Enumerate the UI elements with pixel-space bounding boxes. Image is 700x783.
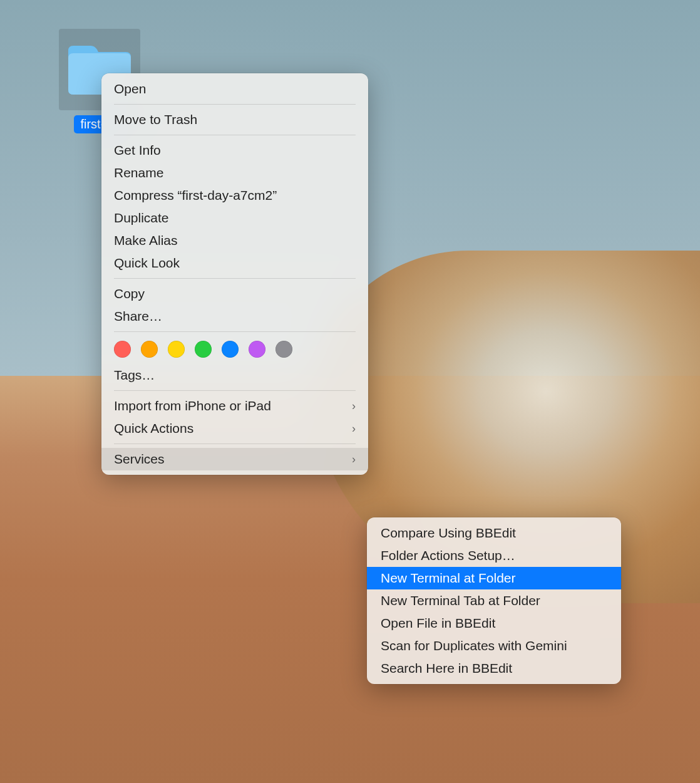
tag-color-red[interactable] <box>114 341 131 358</box>
submenu-scan-duplicates[interactable]: Scan for Duplicates with Gemini <box>367 635 621 657</box>
menu-rename-label: Rename <box>114 165 163 180</box>
submenu-new-terminal-tab[interactable]: New Terminal Tab at Folder <box>367 589 621 612</box>
tag-color-yellow[interactable] <box>168 341 185 358</box>
tag-color-gray[interactable] <box>275 341 292 358</box>
submenu-search-bbedit[interactable]: Search Here in BBEdit <box>367 657 621 680</box>
submenu-searchbbedit-label: Search Here in BBEdit <box>381 661 512 676</box>
tag-color-orange[interactable] <box>141 341 158 358</box>
menu-services-label: Services <box>114 452 165 467</box>
menu-rename[interactable]: Rename <box>101 162 368 184</box>
menu-separator <box>114 443 356 444</box>
menu-alias-label: Make Alias <box>114 233 178 248</box>
chevron-right-icon: › <box>352 422 356 435</box>
menu-open[interactable]: Open <box>101 78 368 100</box>
submenu-new-terminal[interactable]: New Terminal at Folder <box>367 567 621 589</box>
menu-getinfo-label: Get Info <box>114 143 161 158</box>
menu-get-info[interactable]: Get Info <box>101 139 368 162</box>
menu-make-alias[interactable]: Make Alias <box>101 229 368 252</box>
menu-copy[interactable]: Copy <box>101 283 368 305</box>
menu-separator <box>114 331 356 332</box>
menu-tags-label: Tags… <box>114 368 155 383</box>
tag-color-purple[interactable] <box>249 341 265 358</box>
submenu-folderactions-label: Folder Actions Setup… <box>381 548 515 563</box>
menu-separator <box>114 390 356 391</box>
tag-color-blue[interactable] <box>222 341 239 358</box>
menu-separator <box>114 135 356 135</box>
tag-color-green[interactable] <box>195 341 212 358</box>
menu-compress[interactable]: Compress “first-day-a7cm2” <box>101 184 368 207</box>
menu-quick-actions[interactable]: Quick Actions › <box>101 417 368 440</box>
menu-import-label: Import from iPhone or iPad <box>114 398 271 413</box>
context-menu: Open Move to Trash Get Info Rename Compr… <box>101 73 368 475</box>
submenu-open-file-bbedit[interactable]: Open File in BBEdit <box>367 612 621 635</box>
chevron-right-icon: › <box>352 453 356 466</box>
menu-share[interactable]: Share… <box>101 305 368 328</box>
submenu-compare-bbedit[interactable]: Compare Using BBEdit <box>367 522 621 544</box>
submenu-openbbedit-label: Open File in BBEdit <box>381 616 495 631</box>
menu-move-to-trash[interactable]: Move to Trash <box>101 108 368 131</box>
menu-quickactions-label: Quick Actions <box>114 421 193 436</box>
menu-duplicate-label: Duplicate <box>114 210 169 226</box>
chevron-right-icon: › <box>352 400 356 413</box>
menu-duplicate[interactable]: Duplicate <box>101 207 368 229</box>
menu-copy-label: Copy <box>114 286 145 301</box>
submenu-newterminaltab-label: New Terminal Tab at Folder <box>381 593 540 608</box>
menu-services[interactable]: Services › <box>101 448 368 470</box>
menu-quick-look[interactable]: Quick Look <box>101 252 368 274</box>
menu-separator <box>114 104 356 105</box>
submenu-folder-actions[interactable]: Folder Actions Setup… <box>367 544 621 567</box>
tag-color-row <box>101 336 368 364</box>
menu-separator <box>114 278 356 279</box>
menu-trash-label: Move to Trash <box>114 112 197 127</box>
menu-quicklook-label: Quick Look <box>114 256 180 271</box>
menu-open-label: Open <box>114 81 146 96</box>
menu-share-label: Share… <box>114 309 162 324</box>
menu-compress-label: Compress “first-day-a7cm2” <box>114 188 277 203</box>
submenu-scandup-label: Scan for Duplicates with Gemini <box>381 638 567 653</box>
menu-tags[interactable]: Tags… <box>101 364 368 386</box>
services-submenu: Compare Using BBEdit Folder Actions Setu… <box>367 517 621 684</box>
submenu-newterminal-label: New Terminal at Folder <box>381 571 516 586</box>
submenu-compare-label: Compare Using BBEdit <box>381 526 516 541</box>
menu-import-device[interactable]: Import from iPhone or iPad › <box>101 395 368 417</box>
